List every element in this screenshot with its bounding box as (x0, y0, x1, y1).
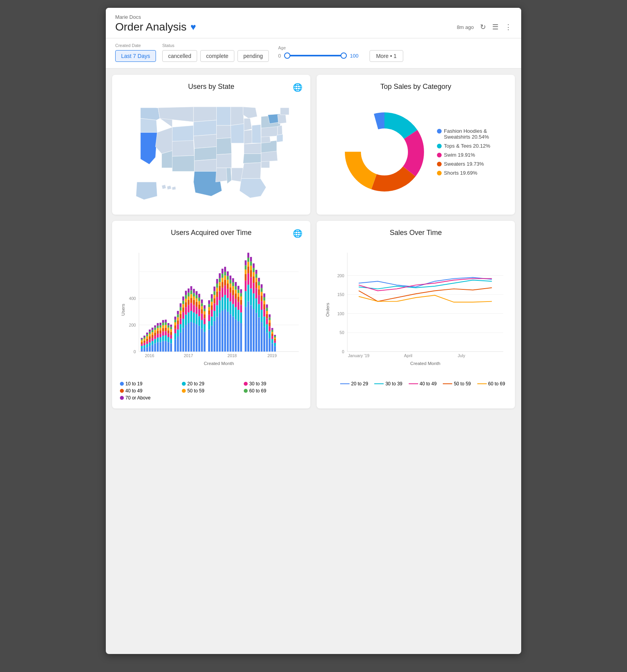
svg-rect-102 (152, 332, 154, 335)
svg-marker-46 (136, 182, 157, 200)
svg-rect-175 (182, 328, 184, 352)
svg-text:50: 50 (340, 330, 344, 335)
svg-rect-186 (185, 299, 187, 302)
svg-rect-229 (201, 303, 203, 306)
svg-rect-309 (235, 307, 237, 319)
svg-marker-42 (277, 125, 282, 135)
svg-rect-366 (258, 295, 260, 304)
more-icon[interactable]: ⋮ (505, 23, 512, 31)
svg-rect-271 (219, 278, 221, 282)
svg-rect-205 (193, 305, 195, 312)
svg-rect-277 (221, 278, 223, 282)
svg-rect-314 (235, 282, 237, 286)
svg-rect-308 (235, 319, 237, 352)
svg-rect-399 (271, 343, 273, 351)
svg-rect-262 (216, 291, 218, 297)
complete-button[interactable]: complete (200, 50, 234, 62)
svg-rect-162 (177, 329, 179, 336)
cancelled-button[interactable]: cancelled (162, 50, 197, 62)
svg-rect-351 (253, 293, 255, 309)
svg-text:2017: 2017 (184, 353, 193, 358)
legend-shorts: Shorts 19.69% (437, 170, 490, 176)
svg-rect-336 (247, 302, 249, 352)
svg-rect-75 (141, 339, 143, 340)
svg-rect-143 (167, 330, 169, 333)
svg-rect-207 (193, 296, 195, 300)
svg-rect-354 (253, 272, 255, 276)
slider-track (284, 55, 347, 56)
svg-rect-156 (174, 329, 176, 334)
svg-text:July: July (458, 353, 466, 358)
svg-rect-347 (250, 266, 252, 270)
svg-rect-129 (162, 328, 164, 332)
svg-rect-228 (201, 306, 203, 309)
bar-chart-legend: 10 to 19 20 to 29 30 to 39 40 to 49 50 t… (120, 381, 303, 401)
map-container (120, 97, 303, 207)
svg-rect-124 (159, 325, 161, 328)
svg-marker-11 (172, 155, 194, 172)
pending-button[interactable]: pending (237, 50, 269, 62)
bar-legend-60-69: 60 to 69 (244, 388, 303, 394)
more-button[interactable]: More • 1 (370, 50, 403, 62)
svg-rect-101 (152, 335, 154, 338)
svg-rect-237 (204, 305, 206, 309)
svg-rect-346 (250, 270, 252, 277)
svg-text:200: 200 (129, 323, 136, 327)
date-filter-group: Created Date Last 7 Days (115, 43, 156, 62)
svg-rect-322 (240, 323, 242, 352)
svg-rect-218 (198, 316, 200, 326)
slider-thumb-right[interactable] (341, 52, 347, 59)
donut-legend: Fashion Hoodies &Sweatshirts 20.54% Tops… (437, 128, 490, 176)
svg-rect-353 (253, 276, 255, 283)
bar-chart-container: 0 200 400 Users 2016 2017 2018 2019 Crea… (120, 243, 303, 376)
svg-rect-94 (149, 336, 151, 340)
svg-rect-259 (216, 316, 218, 351)
svg-rect-131 (162, 323, 164, 325)
svg-rect-266 (219, 313, 221, 352)
globe-icon-bar[interactable]: 🌐 (293, 229, 303, 238)
svg-text:Created Month: Created Month (410, 361, 440, 366)
svg-rect-148 (170, 339, 172, 343)
svg-rect-402 (271, 334, 273, 336)
svg-rect-76 (141, 338, 143, 339)
svg-rect-198 (190, 303, 192, 311)
svg-rect-363 (256, 270, 257, 274)
page-title-text: Order Analysis (115, 21, 187, 33)
svg-rect-77 (143, 348, 145, 352)
svg-rect-327 (240, 293, 242, 296)
svg-marker-2 (140, 118, 157, 132)
svg-rect-172 (179, 311, 181, 314)
svg-text:Users: Users (120, 304, 125, 316)
svg-rect-107 (154, 336, 156, 339)
svg-rect-332 (245, 274, 246, 281)
svg-rect-87 (146, 339, 148, 341)
svg-rect-173 (179, 307, 181, 311)
age-slider[interactable] (284, 52, 347, 60)
sales-over-time-card: Sales Over Time 0 50 100 150 200 (317, 221, 515, 408)
refresh-icon[interactable]: ↻ (480, 23, 486, 31)
globe-icon-map[interactable]: 🌐 (293, 83, 303, 92)
svg-rect-127 (162, 336, 164, 341)
svg-rect-412 (274, 335, 276, 336)
filter-icon[interactable]: ☰ (492, 23, 498, 31)
svg-text:0: 0 (134, 349, 136, 354)
svg-rect-313 (235, 286, 237, 290)
date-filter-label: Created Date (115, 43, 156, 48)
svg-text:400: 400 (129, 296, 136, 301)
last-7-days-button[interactable]: Last 7 Days (115, 50, 156, 62)
svg-rect-294 (230, 314, 232, 352)
svg-rect-369 (258, 282, 260, 285)
svg-rect-400 (271, 339, 273, 343)
svg-rect-136 (165, 328, 167, 331)
svg-rect-375 (261, 292, 263, 296)
svg-rect-391 (266, 304, 268, 308)
svg-rect-201 (190, 290, 192, 294)
svg-rect-89 (146, 334, 148, 336)
svg-rect-86 (146, 341, 148, 344)
svg-text:January '19: January '19 (348, 353, 370, 358)
svg-rect-214 (196, 298, 198, 302)
svg-rect-199 (190, 298, 192, 303)
heart-icon[interactable]: ♥ (190, 22, 196, 33)
svg-rect-105 (154, 343, 156, 351)
slider-thumb-left[interactable] (284, 52, 290, 59)
